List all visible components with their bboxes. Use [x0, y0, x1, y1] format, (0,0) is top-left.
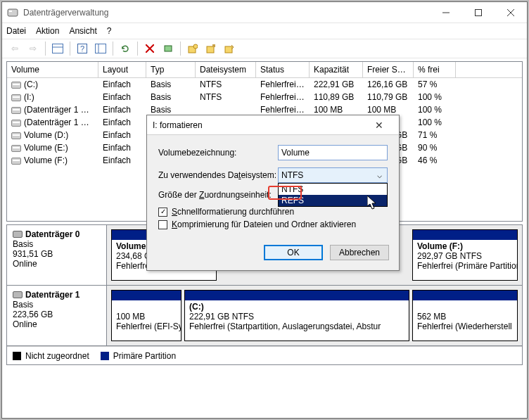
disk-icon [13, 291, 23, 298]
disk-info[interactable]: Datenträger 1 Basis 223,56 GB Online [7, 286, 107, 345]
col-status[interactable]: Status [256, 62, 310, 77]
view-list-button[interactable] [92, 40, 109, 57]
maximize-button[interactable] [462, 2, 495, 23]
label-volume-name: Volumebezeichnung: [158, 148, 278, 158]
svg-rect-18 [212, 44, 215, 47]
svg-rect-14 [165, 46, 172, 51]
legend-unallocated: Nicht zugeordnet [13, 351, 89, 361]
menu-view[interactable]: Ansicht [69, 26, 96, 36]
svg-rect-6 [53, 44, 63, 53]
disk-info[interactable]: Datenträger 0 Basis 931,51 GB Online [7, 225, 107, 285]
dialog-title: I: formatieren [153, 120, 365, 130]
svg-rect-1 [9, 11, 12, 12]
window-title: Datenträgerverwaltung [23, 8, 430, 18]
table-row[interactable]: (C:)EinfachBasisNTFSFehlerfrei (...222,9… [7, 78, 522, 91]
volume-name-input[interactable] [278, 145, 388, 160]
disk-size: 931,51 GB [13, 249, 101, 259]
disk-title: Datenträger 1 [25, 290, 79, 300]
table-row[interactable]: (I:)EinfachBasisNTFSFehlerfrei (...110,8… [7, 91, 522, 103]
disk-icon [13, 231, 23, 238]
col-volume[interactable]: Volume [7, 62, 98, 77]
disk-size: 223,56 GB [13, 310, 101, 319]
nav-back-button[interactable]: ⇦ [6, 40, 23, 57]
minimize-button[interactable] [430, 2, 462, 23]
menu-help[interactable]: ? [107, 26, 112, 36]
partition[interactable]: 562 MB Fehlerfrei (Wiederherstell [412, 290, 518, 341]
part-size: 222,91 GB NTFS [189, 312, 254, 322]
part-status: Fehlerfrei (Startpartition, Auslagerungs… [189, 322, 381, 331]
menu-file[interactable]: Datei [6, 26, 26, 36]
chevron-down-icon: ⌵ [374, 170, 384, 180]
legend-primary: Primäre Partition [101, 351, 176, 361]
filesystem-dropdown: NTFS REFS [278, 183, 388, 207]
svg-rect-0 [8, 9, 18, 16]
help-button[interactable]: ? [74, 40, 91, 57]
part-title: Volume (F:) [417, 241, 463, 251]
quick-format-checkbox[interactable] [158, 208, 167, 217]
col-layout[interactable]: Layout [98, 62, 146, 77]
part-status: Fehlerfrei (EFI-Sys [116, 322, 181, 331]
fs-option-refs[interactable]: REFS [279, 195, 387, 206]
app-icon [6, 6, 19, 19]
disk-type: Basis [13, 239, 101, 249]
col-pctfree[interactable]: % frei [414, 62, 456, 77]
col-type[interactable]: Typ [146, 62, 196, 77]
compression-checkbox[interactable] [158, 220, 167, 229]
dialog-close-button[interactable]: ✕ [365, 115, 393, 135]
svg-rect-19 [225, 46, 232, 53]
delete-icon[interactable] [141, 40, 158, 57]
dialog-titlebar: I: formatieren ✕ [147, 115, 399, 135]
refresh-button[interactable] [117, 40, 134, 57]
filesystem-value: NTFS [281, 170, 374, 180]
new-mirror-button[interactable] [203, 40, 219, 57]
partition[interactable]: Volume (F:) 292,97 GB NTFS Fehlerfrei (P… [412, 229, 518, 281]
close-button[interactable] [495, 2, 527, 23]
view-split-button[interactable] [49, 40, 66, 57]
svg-rect-10 [96, 44, 106, 53]
col-filesystem[interactable]: Dateisystem [196, 62, 256, 77]
disk-props-button[interactable] [160, 40, 177, 57]
label-filesystem: Zu verwendendes Dateisystem: [158, 170, 278, 180]
format-dialog: I: formatieren ✕ Volumebezeichnung: Zu v… [146, 115, 400, 271]
disk-title: Datenträger 0 [25, 229, 79, 239]
disk-row: Datenträger 1 Basis 223,56 GB Online 100… [7, 286, 522, 346]
disk-state: Online [13, 259, 101, 269]
part-size: 292,97 GB NTFS [417, 251, 482, 261]
part-title: (C:) [189, 302, 204, 312]
label-allocation: Größe der Zuordnungseinheit: [158, 190, 278, 200]
svg-text:?: ? [80, 44, 84, 53]
new-partition-button[interactable] [184, 40, 201, 57]
menubar: Datei Aktion Ansicht ? [2, 23, 527, 39]
part-status: Fehlerfrei (Wiederherstell [417, 322, 512, 331]
fs-option-ntfs[interactable]: NTFS [279, 184, 387, 195]
filesystem-combobox[interactable]: NTFS ⌵ NTFS REFS [278, 167, 388, 183]
nav-fwd-button[interactable]: ⇨ [25, 40, 42, 57]
partition[interactable]: 100 MB Fehlerfrei (EFI-Sys [111, 290, 181, 341]
cancel-button[interactable]: Abbrechen [330, 245, 389, 260]
part-size: 100 MB [116, 312, 145, 322]
svg-rect-17 [207, 46, 214, 53]
svg-rect-3 [476, 9, 482, 15]
menu-action[interactable]: Aktion [36, 26, 59, 36]
svg-point-16 [193, 44, 198, 49]
partition[interactable]: (C:) 222,91 GB NTFS Fehlerfrei (Startpar… [184, 290, 409, 341]
disk-state: Online [13, 319, 101, 329]
quick-format-label: Schnellformatierung durchführen [172, 207, 294, 217]
legend: Nicht zugeordnet Primäre Partition [7, 346, 522, 364]
titlebar: Datenträgerverwaltung [2, 2, 527, 23]
extend-button[interactable] [221, 40, 238, 57]
toolbar: ⇦ ⇨ ? [2, 39, 527, 58]
col-free[interactable]: Freier Sp... [363, 62, 414, 77]
compression-label: Komprimierung für Dateien und Ordner akt… [172, 219, 356, 229]
col-capacity[interactable]: Kapazität [310, 62, 363, 77]
part-size: 562 MB [417, 312, 446, 322]
disk-type: Basis [13, 300, 101, 310]
grid-header: Volume Layout Typ Dateisystem Status Kap… [7, 62, 522, 78]
part-status: Fehlerfrei (Primäre Partition) [417, 261, 518, 271]
ok-button[interactable]: OK [264, 245, 323, 260]
